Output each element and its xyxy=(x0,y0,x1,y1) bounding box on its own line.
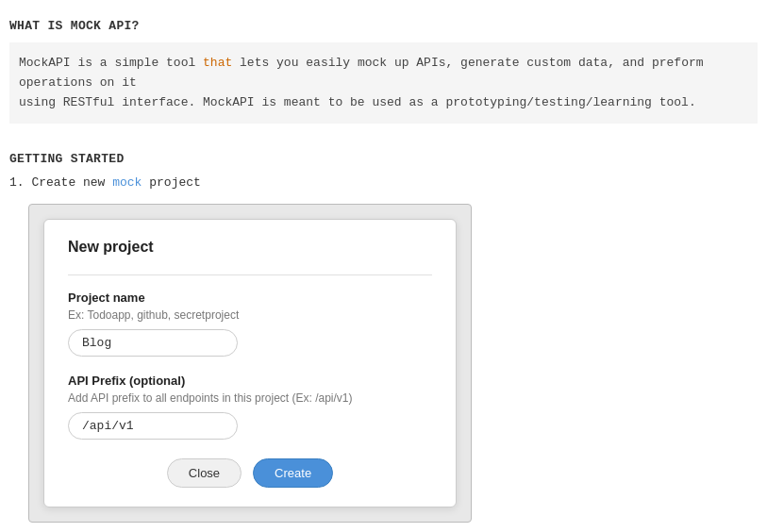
api-prefix-label: API Prefix (optional) xyxy=(68,374,432,388)
what-is-section-header: WHAT IS MOCK API? xyxy=(9,19,758,33)
project-name-hint: Ex: Todoapp, github, secretproject xyxy=(68,308,432,322)
modal-actions: Close Create xyxy=(68,458,432,488)
getting-started-section: GETTING STARTED 1. Create new mock proje… xyxy=(9,152,758,523)
highlight-that: that xyxy=(203,56,232,70)
description-text-line1: MockAPI is a simple tool that lets you e… xyxy=(19,56,704,90)
step-1-text: 1. Create new mock project xyxy=(9,175,758,190)
api-prefix-field-group: API Prefix (optional) Add API prefix to … xyxy=(68,374,432,440)
api-prefix-hint: Add API prefix to all endpoints in this … xyxy=(68,391,432,405)
api-prefix-input[interactable] xyxy=(68,412,238,440)
step-1-prefix: 1. Create new xyxy=(9,175,112,190)
close-button[interactable]: Close xyxy=(167,458,242,488)
description-box: MockAPI is a simple tool that lets you e… xyxy=(9,42,758,124)
project-name-field-group: Project name Ex: Todoapp, github, secret… xyxy=(68,291,432,357)
modal-wrapper: New project Project name Ex: Todoapp, gi… xyxy=(28,204,472,523)
create-button[interactable]: Create xyxy=(253,458,333,488)
description-text-line2: using RESTful interface. MockAPI is mean… xyxy=(19,95,696,109)
getting-started-header: GETTING STARTED xyxy=(9,152,758,166)
separator-line xyxy=(68,274,432,275)
step-1-suffix: project xyxy=(142,175,200,190)
page-container: WHAT IS MOCK API? MockAPI is a simple to… xyxy=(0,0,767,532)
project-name-label: Project name xyxy=(68,291,432,305)
mock-link[interactable]: mock xyxy=(112,175,142,190)
modal-title: New project xyxy=(68,239,432,256)
project-name-input[interactable] xyxy=(68,329,238,357)
modal-card: New project Project name Ex: Todoapp, gi… xyxy=(43,219,457,507)
